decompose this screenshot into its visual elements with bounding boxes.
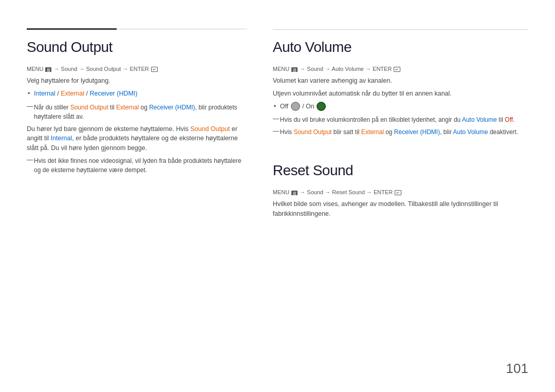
off-ref1: Off	[505, 116, 513, 123]
menu-icon: |||	[45, 67, 51, 72]
auto-volume-title: Auto Volume	[273, 39, 528, 55]
bullet-item-1: Internal / External / Receiver (HDMI)	[34, 89, 247, 99]
sound-output-ref1: Sound Output	[70, 104, 108, 111]
receiver-ref1: Receiver (HDMI)	[149, 104, 195, 111]
enter-icon: ↵	[151, 67, 158, 72]
page-number: 101	[506, 361, 528, 377]
auto-volume-ref2: Auto Volume	[453, 128, 488, 136]
sound-output-ref3: Sound Output	[293, 128, 331, 136]
external-link: External	[61, 90, 84, 97]
toggle-off-icon	[291, 102, 300, 111]
note-3: Hvis det ikke finnes noe videosignal, vi…	[27, 156, 247, 175]
right-section: Auto Volume MENU ||| → Sound → Auto Volu…	[263, 39, 528, 222]
reset-sound-desc: Hvilket bilde som vises, avhenger av mod…	[273, 199, 528, 219]
sound-output-title: Sound Output	[27, 39, 247, 55]
external-ref1: External	[116, 104, 139, 111]
auto-volume-intro: Volumet kan variere avhengig av kanalen.	[273, 76, 528, 86]
auto-volume-ref1: Auto Volume	[462, 116, 497, 123]
left-thick-rule	[27, 28, 117, 30]
external-ref2: External	[361, 128, 384, 136]
sound-output-ref2: Sound Output	[190, 125, 230, 133]
reset-sound-title: Reset Sound	[273, 162, 528, 179]
receiver-ref2: Receiver (HDMI)	[394, 128, 440, 136]
toggle-on-icon	[317, 102, 326, 111]
auto-volume-bullet-1: Off / On	[280, 102, 528, 111]
auto-volume-bullet-list: Off / On	[273, 102, 528, 111]
receiver-hdmi-link: Receiver (HDMI)	[89, 90, 137, 97]
left-thin-rule	[117, 29, 247, 29]
enter-icon-3: ↵	[395, 190, 401, 195]
reset-sound-menu-path: MENU ||| → Sound → Reset Sound → ENTER ↵	[273, 189, 528, 195]
note-2-text: Du hører lyd bare gjennom de eksterne hø…	[27, 124, 247, 153]
note-1: Når du stiller Sound Output til External…	[27, 103, 247, 121]
enter-icon-2: ↵	[394, 67, 400, 72]
reset-sound-section: Reset Sound MENU ||| → Sound → Reset Sou…	[273, 162, 528, 219]
sound-output-menu-path: MENU ||| → Sound → Sound Output → ENTER …	[27, 66, 247, 72]
menu-icon-3: |||	[291, 191, 298, 195]
auto-volume-desc: Utjevn volumnivået automatisk når du byt…	[273, 89, 528, 99]
internal-ref2: Internal	[51, 135, 72, 142]
menu-label: MENU	[27, 66, 45, 72]
auto-volume-note-2: Hvis Sound Output blir satt til External…	[273, 127, 528, 137]
internal-link: Internal	[34, 90, 55, 97]
auto-volume-menu-path: MENU ||| → Sound → Auto Volume → ENTER ↵	[273, 66, 528, 72]
auto-volume-section: Auto Volume MENU ||| → Sound → Auto Volu…	[273, 39, 528, 137]
menu-icon-2: |||	[291, 67, 298, 72]
sound-output-intro: Velg høyttalere for lydutgang.	[27, 76, 247, 86]
auto-volume-note-1: Hvis du vil bruke volumkontrollen på en …	[273, 115, 528, 124]
sound-output-section: Sound Output MENU ||| → Sound → Sound Ou…	[27, 39, 263, 222]
right-thin-rule	[273, 29, 528, 30]
sound-output-bullet-list: Internal / External / Receiver (HDMI)	[27, 89, 247, 99]
